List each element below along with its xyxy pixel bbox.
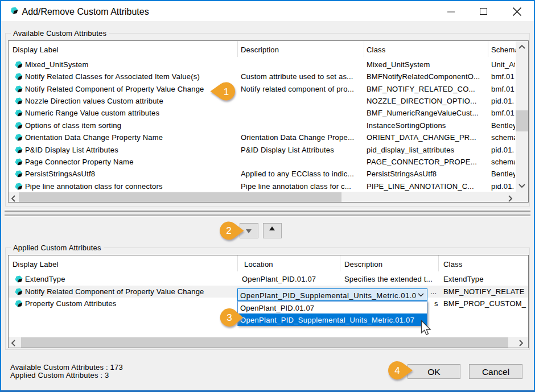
svg-text:1: 1 xyxy=(224,86,229,97)
svg-text:3: 3 xyxy=(227,312,232,323)
svg-text:2: 2 xyxy=(226,225,232,236)
svg-text:4: 4 xyxy=(394,365,400,376)
